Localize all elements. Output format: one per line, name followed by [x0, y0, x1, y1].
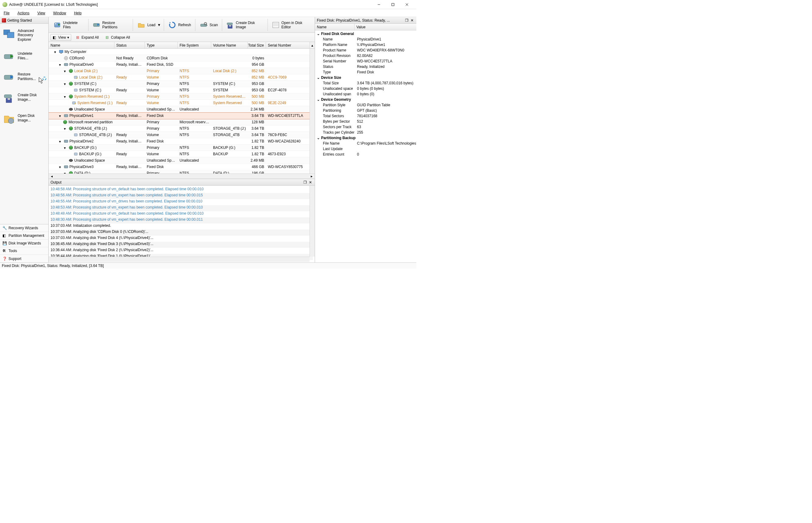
tree-twisty-icon[interactable]: ▾ — [64, 146, 68, 149]
prop-group[interactable]: ⌄Device Size — [315, 75, 416, 80]
left-tile-4[interactable]: Open DiskImage... — [1, 110, 47, 131]
left-bottom-tools[interactable]: 🛠Tools — [0, 247, 49, 255]
col-type[interactable]: Type — [145, 42, 178, 49]
properties-header[interactable]: Fixed Disk: PhysicalDrive1, Status: Read… — [315, 17, 416, 24]
left-tile-3[interactable]: Create DiskImage... — [1, 90, 47, 110]
output-restore-icon[interactable]: ❐ — [302, 180, 308, 185]
view-dropdown-button[interactable]: ◧ View ▾ — [51, 34, 71, 41]
tree-twisty-icon[interactable]: ▾ — [59, 63, 63, 66]
tree-twisty-icon[interactable] — [67, 101, 71, 105]
tree-twisty-icon[interactable] — [69, 133, 72, 137]
scroll-up-button[interactable]: ▴ — [310, 42, 315, 49]
menu-file[interactable]: File — [2, 10, 11, 16]
open-disk-editor-button[interactable]: Open in Disk Editor — [269, 18, 314, 32]
tree-row[interactable]: System Reserved (1:)ReadyVolumeNTFSSyste… — [49, 100, 315, 106]
tree-twisty-icon[interactable]: ▾ — [64, 172, 68, 174]
tree-twisty-icon[interactable]: ▾ — [59, 114, 63, 118]
tree-row[interactable]: Unallocated SpaceUnallocated SpaceUnallo… — [49, 106, 315, 113]
tree-row[interactable]: ▾STORAGE_4TB (J:)PrimaryNTFSSTORAGE_4TB … — [49, 125, 315, 132]
tree-row[interactable]: STORAGE_4TB (J:)ReadyVolumeNTFSSTORAGE_4… — [49, 132, 315, 138]
col-volume-name[interactable]: Volume Name — [211, 42, 248, 49]
refresh-button[interactable]: Refresh — [165, 18, 195, 32]
scan-button[interactable]: Scan — [196, 18, 221, 32]
tree-twisty-icon[interactable] — [60, 120, 62, 124]
left-tile-2[interactable]: RestorePartitions... — [1, 69, 47, 90]
tree-horizontal-scrollbar[interactable]: ◂ ▸ — [49, 174, 315, 179]
node-size: 500 MB — [248, 94, 266, 98]
left-tile-1[interactable]: UndeleteFiles... — [1, 49, 47, 69]
tree-twisty-icon[interactable]: ▾ — [64, 82, 68, 86]
properties-restore-icon[interactable]: ❐ — [404, 18, 409, 23]
left-bottom-support[interactable]: ❓Support — [0, 255, 49, 263]
device-tree[interactable]: ▾My ComputerCDRom0Not ReadyCDRom Disk0 b… — [49, 49, 315, 174]
restore-partitions-button[interactable]: Restore Partitions — [89, 18, 132, 32]
tree-twisty-icon[interactable] — [64, 107, 68, 111]
undelete-files-button[interactable]: Undelete Files — [50, 18, 88, 32]
prop-value — [357, 147, 416, 151]
tree-row[interactable]: ▾System Reserved (1:)PrimaryNTFSSystem R… — [49, 93, 315, 100]
load-button[interactable]: Load ▼ — [134, 18, 163, 32]
col-total-size[interactable]: Total Size — [248, 42, 266, 49]
maximize-button[interactable] — [386, 0, 400, 9]
tree-row[interactable]: ▾PhysicalDrive1Ready, InitializedFixed D… — [49, 113, 315, 119]
tree-twisty-icon[interactable] — [69, 88, 72, 92]
left-bottom-partition-management[interactable]: ◧Partition Management — [0, 232, 49, 239]
menu-actions[interactable]: Actions — [16, 10, 31, 16]
scroll-left-button[interactable]: ◂ — [49, 174, 54, 178]
minimize-button[interactable] — [372, 0, 386, 9]
node-name: DATA (D:) — [74, 171, 90, 174]
collapse-all-button[interactable]: ⊟ Collapse All — [104, 34, 132, 41]
expand-all-button[interactable]: ⊞ Expand All — [74, 34, 101, 41]
menu-help[interactable]: Help — [73, 10, 83, 16]
tree-row[interactable]: Local Disk (2:)ReadyVolumeNTFS852 MB4CC9… — [49, 74, 315, 81]
prop-value: 255 — [357, 130, 416, 134]
tree-row[interactable]: Microsoft reserved partitionPrimaryMicro… — [49, 119, 315, 125]
tree-twisty-icon[interactable] — [69, 152, 72, 156]
tree-twisty-icon[interactable]: ▾ — [59, 165, 63, 169]
tree-row[interactable]: Unallocated SpaceUnallocated SpaceUnallo… — [49, 157, 315, 164]
prop-group[interactable]: ⌄Fixed Disk General — [315, 31, 416, 37]
col-serial[interactable]: Serial Number — [266, 42, 310, 49]
tree-row[interactable]: CDRom0Not ReadyCDRom Disk0 bytes — [49, 55, 315, 61]
prop-group[interactable]: ⌄Device Geometry — [315, 97, 416, 102]
tree-row[interactable]: BACKUP (G:)ReadyVolumeNTFSBACKUP1.82 TB4… — [49, 151, 315, 157]
left-tile-0[interactable]: AdvancedRecoveryExplorer — [1, 25, 47, 49]
tree-twisty-icon[interactable]: ▾ — [64, 127, 68, 130]
output-vertical-scrollbar[interactable] — [310, 186, 315, 257]
left-panel-header[interactable]: Getting Started — [0, 17, 49, 24]
tree-row[interactable]: ▾My Computer — [49, 49, 315, 55]
menu-view[interactable]: View — [36, 10, 47, 16]
left-bottom-disk-image-wizards[interactable]: 💾Disk Image Wizards — [0, 239, 49, 247]
menu-window[interactable]: Window — [52, 10, 68, 16]
tree-twisty-icon[interactable] — [64, 159, 68, 162]
prop-col-value[interactable]: Value — [354, 24, 416, 30]
tree-twisty-icon[interactable]: ▾ — [59, 140, 63, 143]
tree-twisty-icon[interactable] — [69, 75, 72, 79]
tree-row[interactable]: ▾PhysicalDrive2Ready, InitializedFixed D… — [49, 138, 315, 145]
tree-row[interactable]: ▾BACKUP (G:)PrimaryNTFSBACKUP (G:)1.82 T… — [49, 145, 315, 151]
tree-row[interactable]: ▾DATA (D:)PrimaryNTFSDATA (D:)196 GB — [49, 170, 315, 174]
tree-row[interactable]: ▾PhysicalDrive0Ready, InitializedFixed D… — [49, 61, 315, 68]
tree-twisty-icon[interactable]: ▾ — [54, 50, 58, 54]
left-bottom-recovery-wizards[interactable]: 🔧Recovery Wizards — [0, 224, 49, 232]
tree-row[interactable]: SYSTEM (C:)ReadyVolumeNTFSSYSTEM953 GBEC… — [49, 87, 315, 93]
col-status[interactable]: Status — [114, 42, 145, 49]
prop-col-name[interactable]: Name — [315, 24, 354, 30]
close-button[interactable] — [400, 0, 414, 9]
tree-vertical-scrollbar[interactable] — [310, 49, 315, 174]
output-horizontal-scrollbar[interactable] — [49, 257, 310, 262]
properties-close-icon[interactable]: ✕ — [410, 18, 414, 23]
tree-twisty-icon[interactable]: ▾ — [64, 95, 68, 98]
tree-twisty-icon[interactable]: ▾ — [64, 69, 68, 73]
tree-row[interactable]: ▾Local Disk (2:)PrimaryNTFSLocal Disk (2… — [49, 68, 315, 74]
tree-row[interactable]: ▾PhysicalDrive3Ready, InitializedFixed D… — [49, 164, 315, 170]
create-disk-image-button[interactable]: Create Disk Image — [223, 18, 267, 32]
output-header[interactable]: Output ❐ ✕ — [49, 179, 315, 186]
output-close-icon[interactable]: ✕ — [308, 180, 313, 185]
scroll-right-button[interactable]: ▸ — [309, 174, 314, 178]
prop-group[interactable]: ⌄Partitioning Backup — [315, 135, 416, 141]
col-name[interactable]: Name — [49, 42, 114, 49]
col-filesystem[interactable]: File System — [178, 42, 211, 49]
tree-twisty-icon[interactable] — [59, 56, 63, 60]
tree-row[interactable]: ▾SYSTEM (C:)PrimaryNTFSSYSTEM (C:)953 GB — [49, 81, 315, 87]
